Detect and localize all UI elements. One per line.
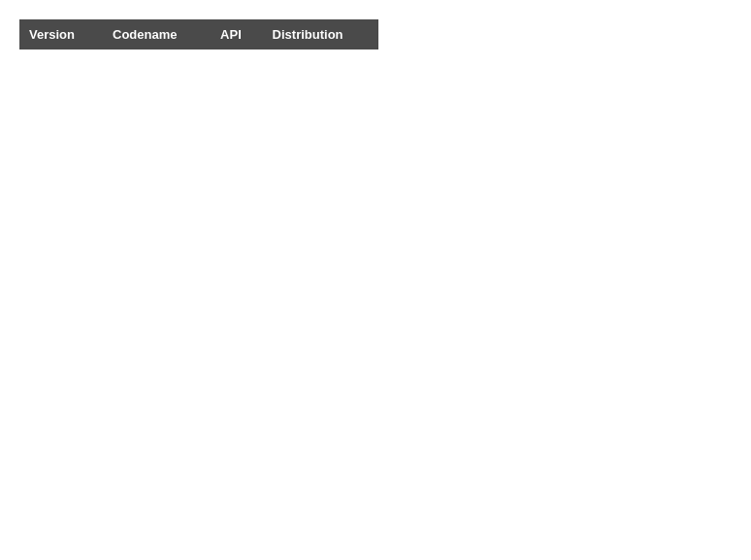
pie-chart-container xyxy=(400,29,730,340)
distribution-table: Version Codename API Distribution xyxy=(19,19,378,49)
distribution-header: Distribution xyxy=(263,19,378,49)
table-header-row: Version Codename API Distribution xyxy=(19,19,378,49)
pie-chart xyxy=(400,29,730,340)
version-header: Version xyxy=(19,19,103,49)
codename-header: Codename xyxy=(103,19,211,49)
api-header: API xyxy=(211,19,263,49)
chart-section xyxy=(398,19,732,340)
table-section: Version Codename API Distribution xyxy=(19,19,378,49)
main-container: Version Codename API Distribution xyxy=(19,19,732,340)
